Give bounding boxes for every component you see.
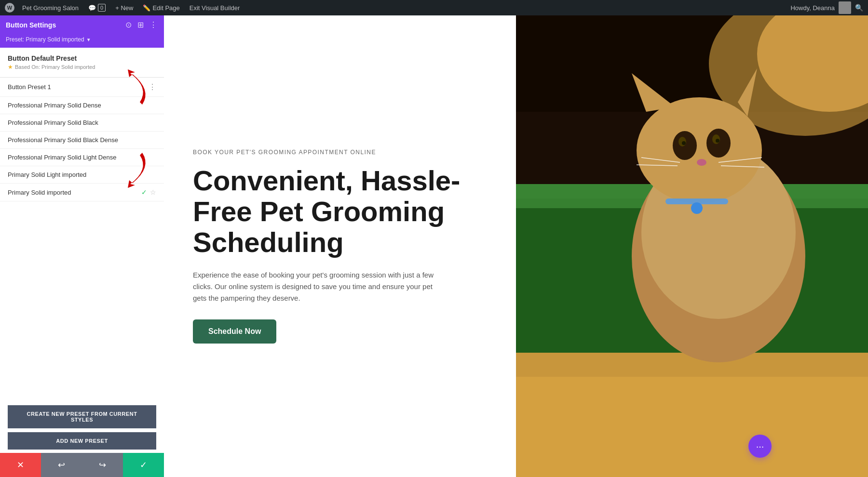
page-content: BOOK YOUR PET'S GROOMING APPOINTMENT ONL…	[164, 15, 868, 477]
comments-link[interactable]: 💬 0	[86, 4, 108, 12]
check-icon: ✓	[141, 188, 147, 196]
left-panel: Button Settings ⊙ ⊞ ⋮ Preset: Primary So…	[0, 15, 164, 477]
redo-button[interactable]: ↪	[82, 453, 123, 477]
hero-left: BOOK YOUR PET'S GROOMING APPOINTMENT ONL…	[164, 15, 516, 477]
add-preset-button[interactable]: ADD NEW PRESET	[8, 432, 156, 450]
svg-point-14	[673, 131, 697, 160]
admin-bar-right: Howdy, Deanna 🔍	[790, 1, 863, 14]
new-link[interactable]: + New	[113, 4, 135, 12]
svg-rect-8	[516, 377, 868, 477]
more-options-icon[interactable]: ⋮	[149, 19, 158, 30]
target-icon[interactable]: ⊙	[124, 19, 133, 30]
list-item[interactable]: Button Preset 1 ⋮	[0, 78, 164, 97]
floating-action-button[interactable]: ···	[748, 435, 772, 458]
svg-point-20	[697, 159, 706, 166]
panel-header: Button Settings ⊙ ⊞ ⋮	[0, 15, 164, 34]
admin-bar-left: W Pet Grooming Salon 💬 0 + New ✏️ Edit P…	[5, 3, 787, 13]
list-item[interactable]: Primary Solid Light imported	[0, 166, 164, 184]
content-area: BOOK YOUR PET'S GROOMING APPOINTMENT ONL…	[164, 15, 868, 477]
dots-menu-icon[interactable]: ⋮	[149, 82, 156, 92]
svg-point-22	[691, 202, 703, 214]
hero-description: Experience the ease of booking your pet'…	[193, 269, 434, 304]
panel-header-icons: ⊙ ⊞ ⋮	[124, 19, 158, 30]
hero-right	[516, 15, 868, 477]
svg-point-15	[706, 129, 731, 158]
preset-list: Button Preset 1 ⋮ Professional Primary S…	[0, 78, 164, 398]
preset-default-name: Button Default Preset	[8, 54, 156, 62]
avatar[interactable]	[839, 1, 851, 14]
preset-based-on: ★ Based On: Primary Solid imported	[8, 64, 156, 70]
list-item[interactable]: Professional Primary Solid Dense	[0, 97, 164, 114]
undo-button[interactable]: ↩	[41, 453, 82, 477]
list-item-active[interactable]: Primary Solid imported ✓ ☆	[0, 184, 164, 201]
cancel-button[interactable]: ✕	[0, 453, 41, 477]
confirm-button[interactable]: ✓	[123, 453, 164, 477]
svg-point-19	[716, 139, 719, 143]
star-icon[interactable]: ☆	[150, 188, 156, 196]
exit-builder-link[interactable]: Exit Visual Builder	[188, 4, 242, 12]
howdy-text: Howdy, Deanna	[790, 4, 835, 12]
cat-image	[516, 15, 868, 477]
list-item[interactable]: Professional Primary Solid Black Dense	[0, 132, 164, 149]
preset-default-item[interactable]: Button Default Preset ★ Based On: Primar…	[0, 48, 164, 78]
svg-point-18	[682, 141, 686, 145]
list-item[interactable]: Professional Primary Solid Black	[0, 114, 164, 132]
admin-bar: W Pet Grooming Salon 💬 0 + New ✏️ Edit P…	[0, 0, 868, 15]
hero-subtitle: BOOK YOUR PET'S GROOMING APPOINTMENT ONL…	[193, 149, 487, 156]
panel-title: Button Settings	[6, 21, 56, 29]
columns-icon[interactable]: ⊞	[136, 19, 145, 30]
search-icon[interactable]: 🔍	[855, 4, 863, 12]
main-layout: Button Settings ⊙ ⊞ ⋮ Preset: Primary So…	[0, 15, 868, 477]
bottom-bar: ✕ ↩ ↪ ✓	[0, 453, 164, 477]
svg-point-11	[637, 97, 762, 203]
wordpress-logo[interactable]: W	[5, 3, 14, 13]
star-filled-icon: ★	[8, 64, 13, 70]
schedule-button[interactable]: Schedule Now	[193, 319, 276, 344]
edit-page-link[interactable]: ✏️ Edit Page	[141, 4, 181, 12]
list-item[interactable]: Professional Primary Solid Light Dense	[0, 149, 164, 166]
chevron-down-icon: ▼	[86, 37, 91, 42]
panel-subtitle[interactable]: Preset: Primary Solid imported ▼	[0, 34, 164, 48]
create-preset-button[interactable]: CREATE NEW PRESET FROM CURRENT STYLES	[8, 405, 156, 428]
dropdown-panel: Button Default Preset ★ Based On: Primar…	[0, 48, 164, 477]
preset-action-icons: ✓ ☆	[141, 188, 156, 196]
site-name-link[interactable]: Pet Grooming Salon	[20, 4, 81, 12]
hero-title: Convenient, Hassle-Free Pet Grooming Sch…	[193, 165, 487, 257]
